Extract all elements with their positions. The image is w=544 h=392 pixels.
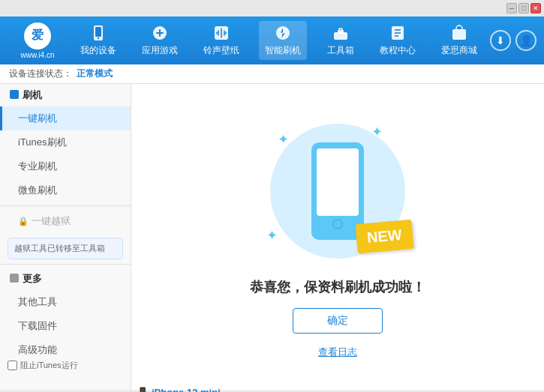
itunes-notice: 阻止iTunes运行: [8, 360, 78, 371]
sidebar-item-micro-flash[interactable]: 微鱼刷机: [0, 178, 131, 202]
sidebar-item-advanced[interactable]: 高级功能: [0, 338, 131, 362]
close-button[interactable]: ✕: [530, 3, 541, 13]
sidebar-item-itunes-flash[interactable]: iTunes刷机: [0, 130, 131, 154]
nav-my-device[interactable]: 我的设备: [74, 21, 122, 60]
main-layout: 刷机 一键刷机 iTunes刷机 专业刷机 微鱼刷机 🔒 一键越狱 越狱工具已转…: [0, 84, 544, 391]
toolbox-icon: [332, 24, 350, 42]
tutorial-icon: [389, 24, 407, 42]
header: 爱 www.i4.cn 我的设备 应用游戏: [0, 16, 544, 64]
sidebar-divider-1: [0, 205, 131, 206]
sidebar-item-other-tools[interactable]: 其他工具: [0, 290, 131, 314]
nav-apple-store[interactable]: 爱思商城: [435, 21, 483, 60]
header-right: ⬇ 👤: [490, 30, 536, 51]
sidebar-section-flash: 刷机: [0, 84, 131, 106]
device-info: 📱 iPhone 12 mini 64GB Down-12mini-13,1: [137, 387, 221, 392]
jailbreak-notice-box: 越狱工具已转移至工具箱: [8, 238, 123, 259]
title-bar: ─ □ ✕: [0, 0, 544, 16]
ringtone-icon: [212, 24, 230, 42]
my-device-icon: [89, 24, 107, 42]
download-icon: ⬇: [496, 34, 505, 46]
lock-icon: 🔒: [18, 217, 29, 226]
nav-tutorial[interactable]: 教程中心: [374, 21, 422, 60]
phone-illustration: ✦ ✦ ✦ NEW: [255, 116, 420, 266]
sidebar-item-one-click-flash[interactable]: 一键刷机: [0, 106, 131, 130]
itunes-checkbox[interactable]: [8, 361, 17, 370]
user-icon: 👤: [520, 34, 533, 46]
logo-subtitle: www.i4.cn: [20, 51, 54, 59]
svg-rect-15: [452, 29, 466, 40]
sparkle-3: ✦: [266, 227, 278, 244]
svg-rect-17: [10, 274, 19, 283]
nav-ringtone[interactable]: 铃声壁纸: [197, 21, 245, 60]
explore-link[interactable]: 查看日志: [318, 346, 357, 359]
nav-app-game[interactable]: 应用游戏: [136, 21, 184, 60]
sidebar-item-pro-flash[interactable]: 专业刷机: [0, 154, 131, 178]
logo: 爱 www.i4.cn: [8, 22, 68, 59]
device-name-row: 📱 iPhone 12 mini: [137, 387, 221, 392]
connection-bar: 设备连接状态： 正常模式: [0, 64, 544, 84]
sidebar-item-jailbreak: 🔒 一键越狱: [0, 209, 131, 233]
confirm-button[interactable]: 确定: [293, 308, 383, 334]
status-left: 自动恢复 跳过向导 📱 iPhone 12 mini 64GB Down-12m…: [8, 387, 221, 392]
svg-point-2: [98, 37, 99, 39]
nav-bar: 我的设备 应用游戏 铃声壁纸: [68, 21, 490, 60]
svg-rect-7: [338, 30, 344, 34]
logo-icon: 爱: [24, 22, 51, 49]
smart-flash-icon: [274, 24, 292, 42]
apple-store-icon: [450, 24, 468, 42]
download-button[interactable]: ⬇: [490, 30, 511, 51]
nav-smart-flash[interactable]: 智能刷机: [259, 21, 307, 60]
sidebar-section-more: 更多: [0, 268, 131, 290]
sparkle-2: ✦: [371, 124, 383, 140]
sidebar-item-download-firmware[interactable]: 下载固件: [0, 314, 131, 338]
minimize-button[interactable]: ─: [506, 3, 517, 13]
new-badge: NEW: [356, 219, 414, 253]
device-icon: 📱: [137, 387, 149, 392]
maximize-button[interactable]: □: [518, 3, 529, 13]
phone-home-button: [332, 219, 343, 229]
more-section-icon: [9, 273, 20, 286]
svg-rect-1: [95, 27, 101, 37]
app-game-icon: [151, 24, 169, 42]
success-text: 恭喜您，保资料刷机成功啦！: [250, 278, 425, 296]
success-content: ✦ ✦ ✦ NEW 恭喜您，保资料刷机成功啦！ 确定 查看日志: [250, 116, 425, 359]
sparkle-1: ✦: [278, 131, 289, 148]
nav-toolbox[interactable]: 工具箱: [321, 21, 360, 60]
connection-label: 设备连接状态：: [9, 67, 72, 80]
svg-rect-16: [10, 90, 19, 99]
flash-section-icon: [9, 89, 20, 102]
connection-status: 正常模式: [77, 67, 113, 80]
sidebar-divider-2: [0, 264, 131, 265]
phone-screen: [317, 148, 359, 216]
sidebar: 刷机 一键刷机 iTunes刷机 专业刷机 微鱼刷机 🔒 一键越狱 越狱工具已转…: [0, 84, 131, 391]
content-area: ✦ ✦ ✦ NEW 恭喜您，保资料刷机成功啦！ 确定 查看日志: [131, 84, 544, 391]
user-button[interactable]: 👤: [515, 30, 536, 51]
